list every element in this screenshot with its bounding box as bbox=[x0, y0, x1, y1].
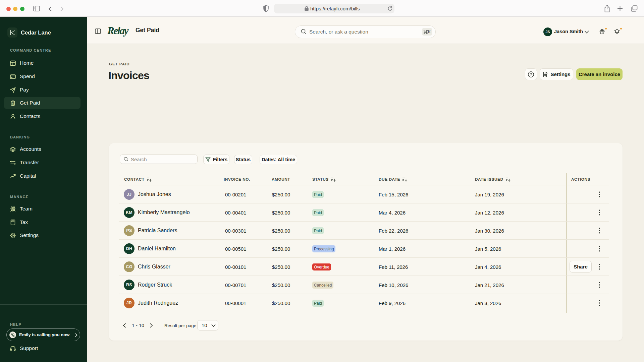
svg-text:Relay: Relay bbox=[107, 25, 129, 37]
svg-text:$: $ bbox=[12, 101, 14, 105]
